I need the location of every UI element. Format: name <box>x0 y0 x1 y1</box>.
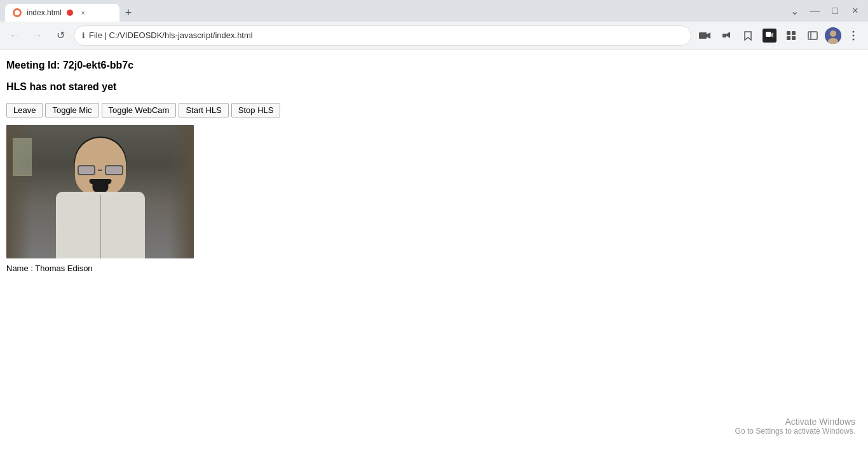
minimize-button[interactable]: — <box>807 3 822 18</box>
tab-favicon-inner <box>15 10 20 15</box>
protocol-label: File | C:/VIDEOSDK/hls-javascript/index.… <box>89 30 683 40</box>
leave-button[interactable]: Leave <box>6 103 43 117</box>
beard <box>92 184 108 192</box>
head <box>75 138 126 195</box>
curtain-right <box>168 125 194 258</box>
activate-windows-line1: Activate Windows <box>735 417 855 427</box>
svg-rect-8 <box>808 32 817 39</box>
tab-favicon <box>13 8 22 17</box>
shirt-line <box>100 195 101 258</box>
toggle-mic-button[interactable]: Toggle Mic <box>45 103 98 117</box>
camera-toolbar-icon[interactable] <box>695 26 714 45</box>
svg-rect-5 <box>792 31 796 35</box>
svg-rect-2 <box>766 32 771 37</box>
scroll-indicator-control: ⌄ <box>787 3 802 18</box>
tab-title: index.html <box>27 8 62 17</box>
videosdk-icon-inner <box>763 29 776 43</box>
windows-activation-watermark: Activate Windows Go to Settings to activ… <box>735 417 855 436</box>
left-lens <box>78 165 95 175</box>
svg-marker-3 <box>771 32 773 37</box>
hls-status: HLS has not stared yet <box>6 81 862 93</box>
glasses <box>78 164 123 176</box>
active-tab[interactable]: index.html × <box>5 4 119 22</box>
forward-button[interactable]: → <box>28 26 47 45</box>
person <box>37 131 164 258</box>
right-lens <box>105 165 123 175</box>
reload-button[interactable]: ↺ <box>51 26 70 45</box>
back-button[interactable]: ← <box>5 26 24 45</box>
title-bar-left: index.html × + <box>5 0 137 22</box>
close-button[interactable]: × <box>848 3 863 18</box>
bookmark-icon[interactable] <box>738 26 757 45</box>
controls-bar: Leave Toggle Mic Toggle WebCam Start HLS… <box>6 103 862 117</box>
tab-recording-dot <box>67 10 73 16</box>
tab-close-button[interactable]: × <box>78 8 88 18</box>
share-icon[interactable] <box>717 26 736 45</box>
toolbar-icons-right <box>695 26 863 45</box>
activate-windows-line2: Go to Settings to activate Windows. <box>735 427 855 436</box>
user-avatar[interactable] <box>825 27 841 44</box>
meeting-id: Meeting Id: 72j0-ekt6-bb7c <box>6 60 862 71</box>
glass-bridge <box>98 170 102 171</box>
start-hls-button[interactable]: Start HLS <box>179 103 228 117</box>
page-content: Meeting Id: 72j0-ekt6-bb7c HLS has not s… <box>0 50 868 461</box>
window-controls: ⌄ — □ × <box>787 3 863 18</box>
svg-point-11 <box>830 30 836 37</box>
title-bar: index.html × + ⌄ — □ × <box>0 0 868 22</box>
toolbar: ← → ↺ ℹ File | C:/VIDEOSDK/hls-javascrip… <box>0 22 868 50</box>
svg-point-13 <box>853 30 855 32</box>
svg-rect-4 <box>787 31 790 35</box>
svg-point-14 <box>853 34 855 36</box>
new-tab-button[interactable]: + <box>119 4 137 22</box>
svg-marker-1 <box>707 32 710 39</box>
address-bar[interactable]: ℹ File | C:/VIDEOSDK/hls-javascript/inde… <box>74 25 691 46</box>
extensions-icon[interactable] <box>782 26 801 45</box>
menu-button[interactable] <box>844 26 863 45</box>
stop-hls-button[interactable]: Stop HLS <box>231 103 281 117</box>
protocol-icon: ℹ <box>82 31 85 40</box>
svg-point-15 <box>853 38 855 40</box>
tab-bar: index.html × + <box>5 0 137 22</box>
participant-name: Name : Thomas Edison <box>6 264 862 273</box>
background-window <box>13 138 32 176</box>
videosdk-extension-icon[interactable] <box>760 26 779 45</box>
webcam-feed <box>6 125 194 258</box>
svg-rect-7 <box>792 36 796 40</box>
svg-rect-6 <box>787 36 790 40</box>
maximize-button[interactable]: □ <box>827 3 843 18</box>
svg-rect-0 <box>699 32 707 39</box>
toggle-webcam-button[interactable]: Toggle WebCam <box>102 103 177 117</box>
browser-window: index.html × + ⌄ — □ × ← → ↺ ℹ File | C:… <box>0 0 868 461</box>
sidebar-icon[interactable] <box>803 26 822 45</box>
